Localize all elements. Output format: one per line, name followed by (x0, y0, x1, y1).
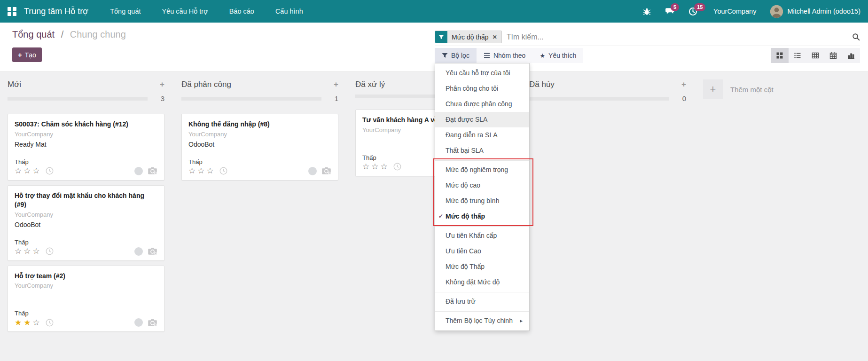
filter-menu-item[interactable]: Phân công cho tôi (435, 81, 529, 96)
star-empty-icon[interactable]: ☆ (33, 318, 42, 327)
menu-divider (435, 311, 529, 312)
star-empty-icon[interactable]: ☆ (197, 166, 206, 175)
activity-clock-icon[interactable] (219, 167, 227, 175)
column-progressbar[interactable] (181, 97, 321, 101)
debug-bug-icon[interactable] (643, 8, 651, 16)
kanban-card[interactable]: Hỗ trợ thay đổi mật khẩu cho khách hàng … (8, 185, 164, 261)
filter-menu-item[interactable]: Thêm Bộ lọc Tùy chỉnh▸ (435, 313, 529, 329)
filter-menu-item[interactable]: Mức độ nghiêm trọng (435, 162, 529, 178)
nav-menu-item[interactable]: Tổng quát (110, 8, 141, 15)
search-icon[interactable] (852, 33, 860, 41)
camera-add-icon[interactable] (148, 247, 157, 255)
assignee-avatar-placeholder[interactable] (134, 167, 143, 175)
assignee-avatar-placeholder[interactable] (134, 247, 143, 256)
filter-facet-icon (435, 31, 447, 43)
activity-clock-icon[interactable] (393, 163, 401, 171)
star-empty-icon[interactable]: ☆ (207, 166, 216, 175)
calendar-view-button[interactable] (824, 48, 842, 63)
card-title: Không thể đăng nhập (#8) (188, 120, 331, 129)
star-empty-icon[interactable]: ☆ (33, 166, 42, 175)
filter-menu-item[interactable]: Không đặt Mức độ (435, 275, 529, 290)
menu-divider (435, 160, 529, 161)
camera-add-icon[interactable] (148, 319, 157, 327)
activity-clock-icon[interactable] (46, 247, 54, 255)
check-icon: ✓ (438, 209, 443, 224)
filter-menu-item[interactable]: Thất bại SLA (435, 143, 529, 158)
nav-menu-item[interactable]: Yêu cầu Hỗ trợ (162, 8, 208, 15)
company-switcher[interactable]: YourCompany (713, 8, 756, 15)
star-empty-icon[interactable]: ☆ (15, 166, 23, 175)
search-input[interactable] (507, 33, 852, 41)
card-company: YourCompany (15, 131, 157, 138)
column-progressbar[interactable] (529, 97, 669, 101)
navbar-menus: Tổng quátYêu cầu Hỗ trợBáo cáoCấu hình (110, 8, 324, 15)
list-view-button[interactable] (789, 48, 806, 63)
kanban-card[interactable]: Hỗ trợ team (#2) YourCompany Thấp ★★☆ (8, 266, 164, 332)
priority-stars[interactable]: ☆☆☆ (15, 167, 42, 175)
card-company: YourCompany (188, 131, 331, 138)
quick-add-icon[interactable]: + (160, 80, 164, 89)
activity-clock-icon[interactable] (46, 319, 54, 327)
pivot-view-button[interactable] (806, 48, 824, 63)
breadcrumb-parent[interactable]: Tổng quát (12, 29, 55, 39)
favorites-button[interactable]: ★ Yêu thích (532, 48, 583, 63)
filter-menu-item[interactable]: Chưa được phân công (435, 96, 529, 112)
assignee-avatar-placeholder[interactable] (308, 167, 317, 175)
assignee-avatar-placeholder[interactable] (134, 318, 143, 327)
star-empty-icon[interactable]: ☆ (33, 247, 42, 256)
priority-stars[interactable]: ★★☆ (15, 319, 42, 327)
kanban-card[interactable]: S00037: Chăm sóc khách hàng (#12) YourCo… (8, 114, 164, 180)
filters-button[interactable]: Bộ lọc (435, 48, 477, 63)
user-menu[interactable]: Mitchell Admin (odoo15) (770, 5, 860, 18)
star-empty-icon[interactable]: ☆ (23, 247, 32, 256)
facet-remove-icon[interactable]: ✕ (493, 34, 497, 40)
create-button[interactable]: + Tạo (12, 47, 42, 62)
kanban-view-button[interactable] (771, 48, 789, 63)
filter-menu-item[interactable]: Ưu tiên Cao (435, 243, 529, 259)
star-filled-icon[interactable]: ★ (15, 318, 23, 327)
camera-add-icon[interactable] (148, 167, 157, 175)
star-empty-icon[interactable]: ☆ (15, 247, 23, 256)
filter-menu-item[interactable]: Đã lưu trữ (435, 294, 529, 309)
kanban-column: Mới + 3 S00037: Chăm sóc khách hàng (#12… (8, 78, 164, 337)
nav-menu-item[interactable]: Báo cáo (229, 8, 254, 15)
app-title[interactable]: Trung tâm Hỗ trợ (24, 7, 88, 16)
column-progressbar[interactable] (8, 97, 148, 101)
quick-add-icon[interactable]: + (334, 80, 338, 89)
filter-menu-item[interactable]: Mức độ Thấp (435, 259, 529, 275)
column-title: Đã hủy (529, 80, 555, 89)
graph-view-button[interactable] (842, 48, 860, 63)
filter-menu-item[interactable]: Ưu tiên Khẩn cấp (435, 228, 529, 243)
add-column-button[interactable]: + Thêm một cột (703, 79, 774, 99)
star-empty-icon[interactable]: ☆ (188, 166, 197, 175)
filter-menu-item[interactable]: Mức độ cao (435, 178, 529, 193)
camera-add-icon[interactable] (321, 167, 331, 175)
kanban-card[interactable]: Không thể đăng nhập (#8) YourCompany Odo… (181, 114, 338, 180)
messages-icon[interactable]: 5 (665, 7, 674, 16)
star-filled-icon[interactable]: ★ (23, 318, 32, 327)
apps-menu-icon[interactable] (8, 7, 16, 16)
column-title: Mới (8, 80, 21, 89)
control-panel: Tổng quát / Chung chung + Tạo Mức độ thấ… (0, 23, 868, 71)
nav-menu-item[interactable]: Cấu hình (275, 8, 303, 15)
group-by-button[interactable]: Nhóm theo (477, 48, 532, 63)
star-empty-icon[interactable]: ☆ (23, 166, 32, 175)
filter-menu-item[interactable]: Yêu cầu hỗ trợ của tôi (435, 65, 529, 81)
user-avatar (770, 5, 783, 18)
activity-clock-icon[interactable] (46, 167, 54, 175)
priority-stars[interactable]: ☆☆☆ (362, 163, 390, 171)
filter-menu-item[interactable]: Đang diễn ra SLA (435, 127, 529, 143)
priority-stars[interactable]: ☆☆☆ (188, 167, 216, 175)
quick-add-icon[interactable]: + (681, 80, 686, 89)
star-empty-icon[interactable]: ☆ (362, 162, 371, 171)
filter-menu-item[interactable]: ✓Mức độ thấp (435, 209, 529, 224)
activities-clock-icon[interactable]: 15 (688, 7, 697, 16)
priority-stars[interactable]: ☆☆☆ (15, 247, 42, 255)
card-partner: Ready Mat (15, 141, 157, 148)
filter-menu-item[interactable]: Đạt được SLA (435, 112, 529, 127)
card-company: YourCompany (15, 282, 157, 289)
star-empty-icon[interactable]: ☆ (371, 162, 380, 171)
star-empty-icon[interactable]: ☆ (381, 162, 390, 171)
filter-menu-item[interactable]: Mức độ trung bình (435, 193, 529, 209)
breadcrumb-separator: / (61, 29, 64, 39)
